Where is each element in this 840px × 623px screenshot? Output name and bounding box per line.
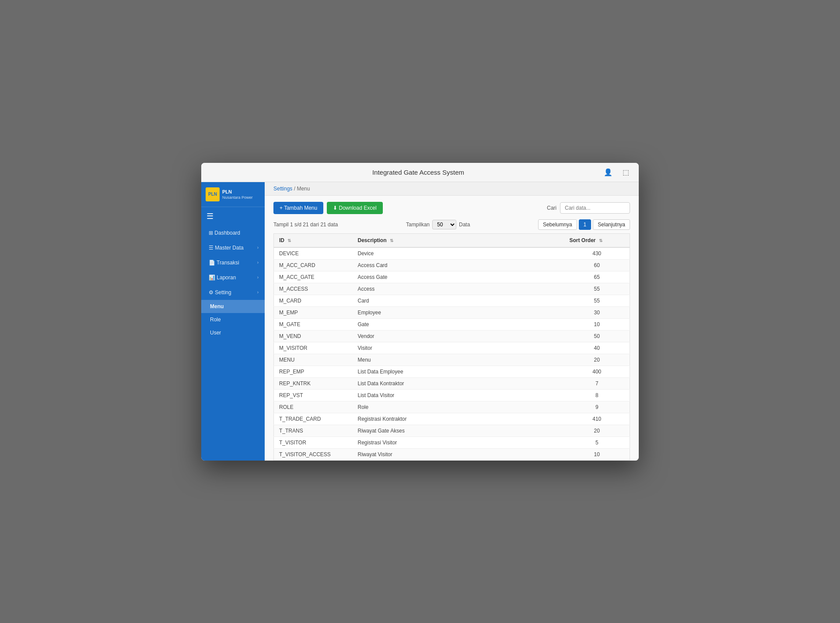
cell-description: Riwayat Visitor: [353, 448, 564, 460]
chevron-right-icon-4: ›: [257, 290, 259, 295]
toolbar: + Tambah Menu ⬇ Download Excel Cari: [273, 202, 630, 214]
cell-id: MENU: [274, 354, 353, 366]
cell-id: M_ACCESS: [274, 283, 353, 295]
page-1-button[interactable]: 1: [579, 219, 592, 230]
cell-sort-order: 430: [564, 247, 630, 260]
search-input[interactable]: [560, 202, 630, 214]
data-label: Data: [459, 222, 470, 228]
cell-id: M_CARD: [274, 295, 353, 306]
sidebar: PLN PLN Nusantara Power ☰ ⊞ Dashboard ☰ …: [201, 182, 265, 461]
sidebar-item-setting[interactable]: ⚙ Setting ›: [201, 285, 265, 300]
sidebar-sub-item-role[interactable]: Role: [201, 313, 265, 326]
cell-sort-order: 410: [564, 413, 630, 425]
app-layout: PLN PLN Nusantara Power ☰ ⊞ Dashboard ☰ …: [201, 182, 639, 461]
cell-description: List Data Employee: [353, 366, 564, 377]
cell-description: Registrasi Visitor: [353, 436, 564, 448]
data-table: ID ⇅ Description ⇅ Sort Order ⇅: [273, 233, 630, 461]
show-select[interactable]: 50 25 100: [432, 220, 456, 229]
cell-id: M_EMP: [274, 306, 353, 318]
table-row: T_TRANS Riwayat Gate Akses 20: [274, 425, 630, 436]
table-row: M_ACC_GATE Access Gate 65: [274, 271, 630, 283]
top-bar: Integrated Gate Access System 👤 ⬚: [201, 163, 639, 182]
sidebar-item-master-data[interactable]: ☰ Master Data ›: [201, 240, 265, 255]
cell-sort-order: 20: [564, 425, 630, 436]
cell-id: REP_VST: [274, 389, 353, 401]
sidebar-sub-item-menu[interactable]: Menu: [201, 300, 265, 313]
toolbar-right: Cari: [547, 202, 630, 214]
top-bar-icons: 👤 ⬚: [602, 166, 632, 178]
table-row: M_ACCESS Access 55: [274, 283, 630, 295]
desc-col-label: Description: [358, 237, 387, 243]
cell-id: REP_EMP: [274, 366, 353, 377]
table-row: M_VEND Vendor 50: [274, 330, 630, 342]
sidebar-hamburger[interactable]: ☰: [201, 207, 265, 225]
laporan-label: 📊 Laporan: [209, 275, 236, 281]
col-header-id[interactable]: ID ⇅: [274, 233, 353, 247]
cell-id: T_TRADE_CARD: [274, 413, 353, 425]
sidebar-item-dashboard[interactable]: ⊞ Dashboard: [201, 225, 265, 240]
breadcrumb: Settings / Menu: [265, 182, 639, 196]
cell-description: List Data Visitor: [353, 389, 564, 401]
prev-page-button[interactable]: Sebelumnya: [538, 219, 577, 230]
show-control: Tampilkan 50 25 100 Data: [406, 220, 470, 229]
logo-icon: PLN: [206, 187, 220, 201]
cell-description: Role: [353, 401, 564, 413]
setting-label: ⚙ Setting: [209, 289, 231, 296]
next-page-button[interactable]: Selanjutnya: [593, 219, 630, 230]
dashboard-label: ⊞ Dashboard: [209, 230, 240, 236]
sort-icon-desc: ⇅: [390, 238, 393, 243]
sidebar-item-transaksi[interactable]: 📄 Transaksi ›: [201, 255, 265, 270]
table-row: UPLOAD_APP Upload Updated App 0: [274, 460, 630, 461]
user-icon[interactable]: 👤: [602, 166, 614, 178]
content-area: + Tambah Menu ⬇ Download Excel Cari Tamp…: [265, 196, 639, 461]
chevron-right-icon-3: ›: [257, 275, 259, 280]
cell-sort-order: 10: [564, 318, 630, 330]
show-label: Tampilkan: [406, 222, 430, 228]
table-row: REP_VST List Data Visitor 8: [274, 389, 630, 401]
sort-col-label: Sort Order: [570, 237, 596, 243]
table-row: M_GATE Gate 10: [274, 318, 630, 330]
cell-sort-order: 65: [564, 271, 630, 283]
cell-id: M_ACC_GATE: [274, 271, 353, 283]
cell-description: Registrasi Kontraktor: [353, 413, 564, 425]
cell-description: Card: [353, 295, 564, 306]
add-menu-button[interactable]: + Tambah Menu: [273, 202, 323, 214]
cell-id: DEVICE: [274, 247, 353, 260]
cell-sort-order: 30: [564, 306, 630, 318]
cell-sort-order: 55: [564, 283, 630, 295]
cell-sort-order: 10: [564, 448, 630, 460]
cell-description: Visitor: [353, 342, 564, 354]
screen-wrapper: Integrated Gate Access System 👤 ⬚ PLN PL…: [201, 163, 639, 461]
main-content: Settings / Menu + Tambah Menu ⬇ Download…: [265, 182, 639, 461]
cell-sort-order: 7: [564, 377, 630, 389]
cell-sort-order: 60: [564, 259, 630, 271]
sidebar-logo: PLN PLN Nusantara Power: [201, 182, 265, 207]
cell-description: Gate: [353, 318, 564, 330]
cell-description: Access: [353, 283, 564, 295]
col-header-sort-order[interactable]: Sort Order ⇅: [564, 233, 630, 247]
download-excel-button[interactable]: ⬇ Download Excel: [327, 202, 382, 214]
table-row: REP_KNTRK List Data Kontraktor 7: [274, 377, 630, 389]
cell-id: M_ACC_CARD: [274, 259, 353, 271]
pagination: Sebelumnya 1 Selanjutnya: [538, 219, 630, 230]
sort-icon-id: ⇅: [287, 238, 291, 243]
cell-id: M_VISITOR: [274, 342, 353, 354]
breadcrumb-current: Menu: [297, 186, 310, 192]
logout-icon[interactable]: ⬚: [620, 166, 632, 178]
table-row: T_VISITOR Registrasi Visitor 5: [274, 436, 630, 448]
showing-text: Tampil 1 s/d 21 dari 21 data: [273, 222, 338, 228]
cell-id: REP_KNTRK: [274, 377, 353, 389]
table-row: M_VISITOR Visitor 40: [274, 342, 630, 354]
sidebar-sub-item-user[interactable]: User: [201, 326, 265, 339]
chevron-right-icon-2: ›: [257, 260, 259, 265]
transaksi-label: 📄 Transaksi: [209, 260, 239, 266]
breadcrumb-parent[interactable]: Settings: [273, 186, 292, 192]
cell-sort-order: 400: [564, 366, 630, 377]
col-header-description[interactable]: Description ⇅: [353, 233, 564, 247]
cell-sort-order: 20: [564, 354, 630, 366]
cell-id: ROLE: [274, 401, 353, 413]
cell-description: Upload Updated App: [353, 460, 564, 461]
cell-description: Access Card: [353, 259, 564, 271]
sidebar-item-laporan[interactable]: 📊 Laporan ›: [201, 270, 265, 285]
cell-description: List Data Kontraktor: [353, 377, 564, 389]
